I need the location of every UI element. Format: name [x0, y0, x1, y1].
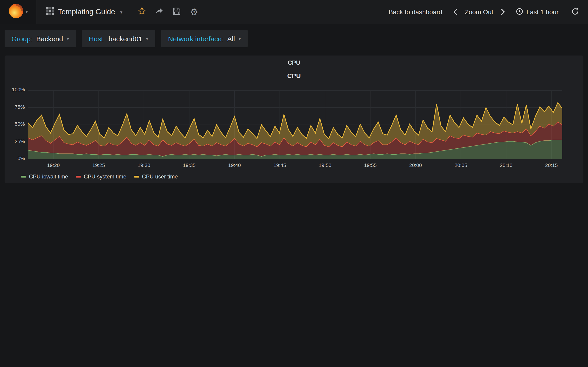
- caret-down-icon: ▾: [146, 36, 148, 41]
- dashboard-title-dropdown[interactable]: Templating Guide ▾: [36, 0, 133, 24]
- zoom-out-button[interactable]: Zoom Out: [465, 8, 493, 16]
- back-to-dashboard-button[interactable]: Back to dashboard: [389, 8, 442, 16]
- variable-value: All: [227, 35, 235, 42]
- time-shift-left-icon[interactable]: [453, 9, 460, 15]
- caret-down-icon: ▾: [239, 36, 241, 41]
- time-picker-button[interactable]: [516, 8, 523, 16]
- share-icon: [155, 8, 163, 16]
- x-axis-label: 20:15: [538, 162, 565, 168]
- cpu-panel: CPU CPU 0%25%50%75%100% 19:2019:2519:301…: [5, 56, 583, 183]
- variable-group-dropdown[interactable]: Group: Backend ▾: [5, 30, 76, 47]
- panel-title[interactable]: CPU: [5, 56, 583, 66]
- caret-down-icon: ▾: [67, 36, 69, 41]
- refresh-button[interactable]: [571, 8, 579, 16]
- legend-swatch-icon: [134, 176, 139, 177]
- legend-item[interactable]: CPU user time: [134, 173, 178, 180]
- legend-label: CPU user time: [142, 173, 178, 180]
- navbar-actions: ⚙: [133, 0, 203, 24]
- title-caret-down-icon: ▾: [120, 9, 122, 15]
- x-axis-label: 20:05: [447, 162, 475, 168]
- y-axis-label: 50%: [5, 121, 25, 127]
- x-axis-label: 20:00: [402, 162, 429, 168]
- settings-button[interactable]: ⚙: [185, 0, 203, 24]
- gear-icon: ⚙: [190, 7, 198, 17]
- navbar: ▾ Templating Guide ▾: [0, 0, 588, 24]
- x-axis-label: 19:55: [356, 162, 384, 168]
- x-axis-label: 19:45: [266, 162, 294, 168]
- legend-label: CPU system time: [84, 173, 126, 180]
- share-button[interactable]: [150, 0, 168, 24]
- y-axis-label: 100%: [5, 87, 25, 92]
- variable-value: Backend: [36, 35, 63, 42]
- legend-item[interactable]: CPU iowait time: [21, 173, 68, 180]
- logo-caret-down-icon: ▾: [26, 10, 27, 14]
- grafana-logo-icon: [8, 3, 24, 21]
- time-range-label[interactable]: Last 1 hour: [527, 8, 559, 16]
- variable-value: backend01: [109, 35, 142, 42]
- x-axis-label: 20:10: [493, 162, 520, 168]
- chart-title: CPU: [5, 72, 583, 79]
- star-icon: [138, 7, 146, 17]
- star-button[interactable]: [133, 0, 150, 24]
- variable-label: Host:: [89, 35, 105, 42]
- legend-swatch-icon: [76, 176, 81, 177]
- dashboard-grid-icon: [46, 7, 54, 17]
- variable-host-dropdown[interactable]: Host: backend01 ▾: [82, 30, 155, 47]
- grafana-app: ▾ Templating Guide ▾: [0, 0, 588, 184]
- save-icon: [173, 7, 181, 17]
- y-axis-label: 25%: [5, 138, 25, 144]
- y-axis-label: 75%: [5, 104, 25, 109]
- legend-swatch-icon: [21, 176, 26, 177]
- time-shift-right-icon[interactable]: [498, 9, 505, 15]
- variable-label: Group:: [11, 35, 33, 42]
- dashboard-title: Templating Guide: [58, 8, 115, 16]
- save-button[interactable]: [168, 0, 185, 24]
- grafana-logo-button[interactable]: ▾: [0, 0, 36, 24]
- x-axis-label: 19:25: [85, 162, 112, 168]
- navbar-right: Back to dashboard Zoom Out Last 1 hour: [389, 0, 588, 24]
- clock-icon: [516, 8, 523, 16]
- y-axis-label: 0%: [5, 156, 25, 161]
- variable-netif-dropdown[interactable]: Network interface: All ▾: [161, 30, 248, 47]
- legend-label: CPU iowait time: [29, 173, 68, 180]
- variable-label: Network interface:: [168, 35, 224, 42]
- x-axis-label: 19:30: [130, 162, 158, 168]
- x-axis-label: 19:35: [175, 162, 203, 168]
- x-axis-label: 19:50: [311, 162, 339, 168]
- x-axis-label: 19:20: [40, 162, 67, 168]
- template-variables-row: Group: Backend ▾ Host: backend01 ▾ Netwo…: [0, 24, 588, 47]
- x-axis-label: 19:40: [221, 162, 248, 168]
- chart-legend: CPU iowait timeCPU system timeCPU user t…: [21, 173, 178, 180]
- legend-item[interactable]: CPU system time: [76, 173, 126, 180]
- refresh-icon: [571, 9, 579, 16]
- cpu-stacked-area-chart[interactable]: [28, 90, 562, 159]
